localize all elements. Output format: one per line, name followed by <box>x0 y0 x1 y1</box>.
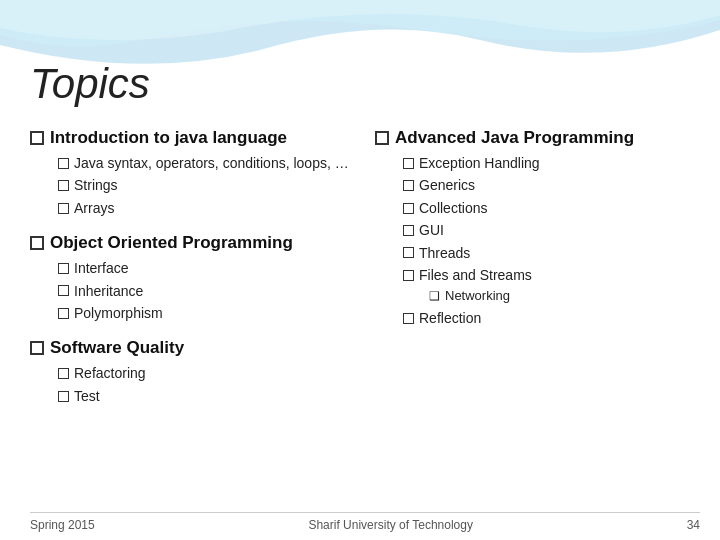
list-item: Polymorphism <box>58 302 355 324</box>
list-item: ❑Networking <box>429 286 700 307</box>
checkbox-icon <box>403 180 414 191</box>
list-item: Generics <box>403 174 700 196</box>
left-column: Introduction to java language Java synta… <box>30 128 355 421</box>
section-oop: Object Oriented Programming Interface In… <box>30 233 355 324</box>
checkbox-intro-icon <box>30 131 44 145</box>
footer-university: Sharif University of Technology <box>308 518 473 532</box>
list-item: Exception Handling <box>403 152 700 174</box>
checkbox-icon <box>58 285 69 296</box>
checkbox-advanced-icon <box>375 131 389 145</box>
list-item: Test <box>58 385 355 407</box>
footer-semester: Spring 2015 <box>30 518 95 532</box>
checkbox-icon <box>58 263 69 274</box>
arrow-icon: ❑ <box>429 287 440 306</box>
section-advanced: Advanced Java Programming Exception Hand… <box>375 128 700 330</box>
section-softquality-header: Software Quality <box>30 338 355 358</box>
list-item: Inheritance <box>58 280 355 302</box>
list-item: Reflection <box>403 307 700 329</box>
oop-sub-items: Interface Inheritance Polymorphism <box>30 257 355 324</box>
page-title: Topics <box>30 60 700 108</box>
list-item: Refactoring <box>58 362 355 384</box>
footer: Spring 2015 Sharif University of Technol… <box>30 512 700 532</box>
columns-container: Introduction to java language Java synta… <box>30 128 700 421</box>
list-item: Java syntax, operators, conditions, loop… <box>58 152 355 174</box>
list-item: Arrays <box>58 197 355 219</box>
checkbox-oop-icon <box>30 236 44 250</box>
main-content: Topics Introduction to java language Jav… <box>30 60 700 500</box>
checkbox-icon <box>58 203 69 214</box>
section-intro: Introduction to java language Java synta… <box>30 128 355 219</box>
list-item: Threads <box>403 242 700 264</box>
right-column: Advanced Java Programming Exception Hand… <box>375 128 700 344</box>
section-advanced-header: Advanced Java Programming <box>375 128 700 148</box>
list-item: Strings <box>58 174 355 196</box>
footer-page-number: 34 <box>687 518 700 532</box>
list-item: GUI <box>403 219 700 241</box>
advanced-sub-items: Exception Handling Generics Collections … <box>375 152 700 330</box>
list-item: Interface <box>58 257 355 279</box>
checkbox-icon <box>403 158 414 169</box>
checkbox-icon <box>403 270 414 281</box>
checkbox-icon <box>58 368 69 379</box>
checkbox-icon <box>403 313 414 324</box>
checkbox-icon <box>403 225 414 236</box>
checkbox-icon <box>58 391 69 402</box>
softquality-sub-items: Refactoring Test <box>30 362 355 407</box>
files-sub-items: ❑Networking <box>403 286 700 307</box>
section-softquality: Software Quality Refactoring Test <box>30 338 355 407</box>
list-item: Files and Streams <box>403 264 700 286</box>
checkbox-icon <box>403 247 414 258</box>
checkbox-icon <box>58 158 69 169</box>
section-intro-header: Introduction to java language <box>30 128 355 148</box>
intro-sub-items: Java syntax, operators, conditions, loop… <box>30 152 355 219</box>
checkbox-icon <box>58 180 69 191</box>
checkbox-softquality-icon <box>30 341 44 355</box>
list-item: Collections <box>403 197 700 219</box>
checkbox-icon <box>403 203 414 214</box>
checkbox-icon <box>58 308 69 319</box>
section-oop-header: Object Oriented Programming <box>30 233 355 253</box>
